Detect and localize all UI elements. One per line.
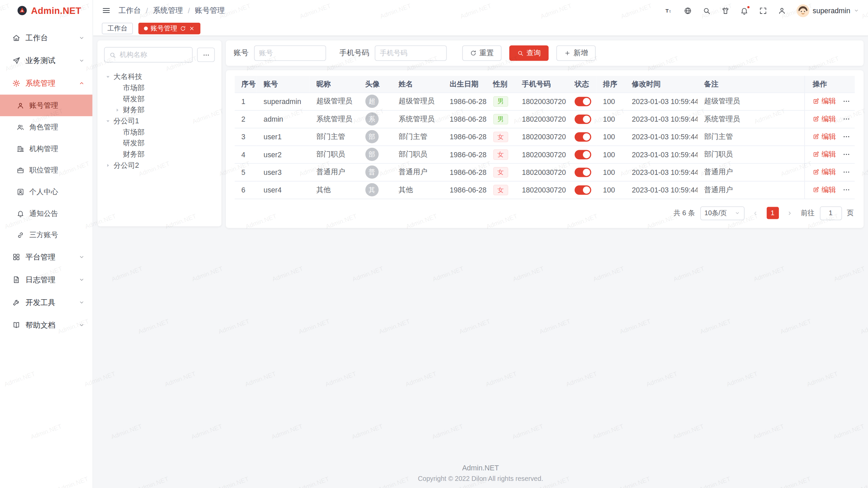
org-more-button[interactable] (197, 47, 215, 62)
cell-remark: 部门主管 (697, 128, 805, 145)
caret-down-icon[interactable] (104, 118, 112, 124)
breadcrumb-item-system-management[interactable]: 系统管理 (153, 5, 183, 15)
sidebar-item-business-test[interactable]: 业务测试 (0, 49, 93, 72)
cell-actions: 编辑 (805, 128, 855, 145)
send-icon (12, 57, 20, 65)
sidebar-item-account-management[interactable]: 账号管理 (0, 95, 93, 116)
menu-collapse-icon[interactable] (102, 6, 111, 15)
next-page-button[interactable] (784, 207, 796, 219)
cell-gender: 女 (486, 145, 515, 163)
tab-workbench[interactable]: 工作台 (102, 22, 133, 34)
status-toggle[interactable] (575, 97, 591, 106)
cell-sort: 100 (596, 163, 625, 181)
cell-modified: 2023-01-03 10:59:44 (625, 163, 697, 181)
more-actions-icon[interactable] (843, 97, 850, 105)
chevron-down-icon (79, 254, 85, 260)
status-toggle[interactable] (575, 167, 591, 177)
cell-avatar: 普 (359, 163, 392, 181)
page-size-select[interactable]: 10条/页 (700, 206, 744, 220)
sidebar-item-label: 开发工具 (25, 298, 74, 307)
cell-nickname: 部门主管 (310, 128, 358, 145)
tab-account-management[interactable]: 账号管理 (138, 22, 200, 34)
caret-down-icon[interactable] (104, 74, 112, 80)
cell-avatar: 超 (359, 93, 392, 110)
caret-right-icon[interactable] (114, 107, 121, 113)
fullscreen-icon[interactable] (759, 6, 767, 15)
cell-remark: 超级管理员 (697, 93, 805, 110)
edit-button[interactable]: 编辑 (813, 167, 836, 177)
more-actions-icon[interactable] (843, 168, 850, 176)
language-icon[interactable] (684, 6, 692, 15)
sidebar-item-workbench[interactable]: 工作台 (0, 26, 93, 49)
more-actions-icon[interactable] (843, 115, 850, 123)
app-logo[interactable]: Admin.NET (0, 0, 93, 21)
edit-button[interactable]: 编辑 (813, 149, 836, 159)
sidebar-item-position-management[interactable]: 职位管理 (0, 159, 93, 181)
more-actions-icon[interactable] (843, 150, 850, 158)
profile-icon[interactable] (778, 6, 786, 15)
edit-icon (813, 133, 820, 140)
tree-node-finance-dept-2[interactable]: 财务部 (104, 149, 215, 160)
sidebar-item-help-docs[interactable]: 帮助文档 (0, 314, 93, 337)
tree-node-rd-dept-2[interactable]: 研发部 (104, 138, 215, 149)
position-icon (17, 166, 24, 174)
more-actions-icon[interactable] (843, 133, 850, 141)
search-icon[interactable] (703, 6, 711, 15)
page-number-current[interactable]: 1 (766, 207, 778, 219)
status-toggle[interactable] (575, 185, 591, 195)
sidebar-item-system-management[interactable]: 系统管理 (0, 72, 93, 95)
tree-node-branch-1[interactable]: 分公司1 (104, 116, 215, 127)
tree-node-branch-2[interactable]: 分公司2 (104, 160, 215, 171)
goto-page-input[interactable] (820, 206, 842, 220)
sidebar-item-log-management[interactable]: 日志管理 (0, 268, 93, 291)
breadcrumb-item-workbench[interactable]: 工作台 (118, 5, 141, 15)
status-toggle[interactable] (575, 114, 591, 124)
column-header-name: 姓名 (392, 76, 443, 93)
prev-page-button[interactable] (749, 207, 762, 219)
edit-button[interactable]: 编辑 (813, 114, 836, 124)
tree-node-rd-dept-1[interactable]: 研发部 (104, 94, 215, 105)
sidebar-item-personal-center[interactable]: 个人中心 (0, 181, 93, 203)
tree-node-market-dept-1[interactable]: 市场部 (104, 82, 215, 94)
sidebar-item-platform-management[interactable]: 平台管理 (0, 246, 93, 268)
edit-button[interactable]: 编辑 (813, 96, 836, 106)
sidebar-item-third-party-account[interactable]: 三方账号 (0, 224, 93, 246)
user-menu[interactable]: superadmin (796, 4, 859, 17)
cell-avatar: 系 (359, 110, 392, 128)
phone-filter-input[interactable] (380, 49, 442, 57)
tool-icon (12, 298, 20, 306)
accounts-table-card: 序号账号昵称头像姓名出生日期性别手机号码状态排序修改时间备注操作 1supera… (226, 70, 864, 227)
user-icon (17, 102, 24, 109)
status-toggle[interactable] (575, 150, 591, 159)
tree-node-market-dept-2[interactable]: 市场部 (104, 127, 215, 138)
cell-remark: 普通用户 (697, 181, 805, 199)
cell-gender: 男 (486, 110, 515, 128)
reset-button[interactable]: 重置 (462, 45, 501, 61)
edit-button[interactable]: 编辑 (813, 132, 836, 142)
cell-gender: 女 (486, 163, 515, 181)
sidebar-item-org-management[interactable]: 机构管理 (0, 138, 93, 160)
sidebar-item-dev-tools[interactable]: 开发工具 (0, 291, 93, 314)
notification-bell-button[interactable] (740, 6, 748, 15)
close-tab-icon[interactable] (189, 25, 195, 31)
more-actions-icon[interactable] (843, 186, 850, 194)
font-size-icon[interactable]: Tt (665, 6, 673, 15)
sidebar-item-role-management[interactable]: 角色管理 (0, 116, 93, 138)
account-filter-input[interactable] (259, 49, 321, 57)
caret-right-icon[interactable] (104, 163, 112, 168)
tree-node-finance-dept-1[interactable]: 财务部 (104, 105, 215, 116)
goto-suffix: 页 (847, 208, 853, 218)
add-button[interactable]: 新增 (556, 45, 596, 61)
status-toggle[interactable] (575, 132, 591, 141)
sidebar-item-notice-announcement[interactable]: 通知公告 (0, 203, 93, 224)
theme-icon[interactable] (721, 6, 729, 15)
accounts-table: 序号账号昵称头像姓名出生日期性别手机号码状态排序修改时间备注操作 1supera… (235, 76, 855, 199)
tree-node-daming-tech[interactable]: 大名科技 (104, 72, 215, 83)
refresh-tab-icon[interactable] (180, 25, 186, 31)
org-search-input[interactable] (120, 51, 188, 59)
edit-button[interactable]: 编辑 (813, 185, 836, 195)
edit-button-label: 编辑 (822, 185, 836, 195)
chevron-down-icon (79, 299, 85, 305)
search-button[interactable]: 查询 (509, 45, 549, 61)
cell-index: 2 (235, 110, 257, 128)
